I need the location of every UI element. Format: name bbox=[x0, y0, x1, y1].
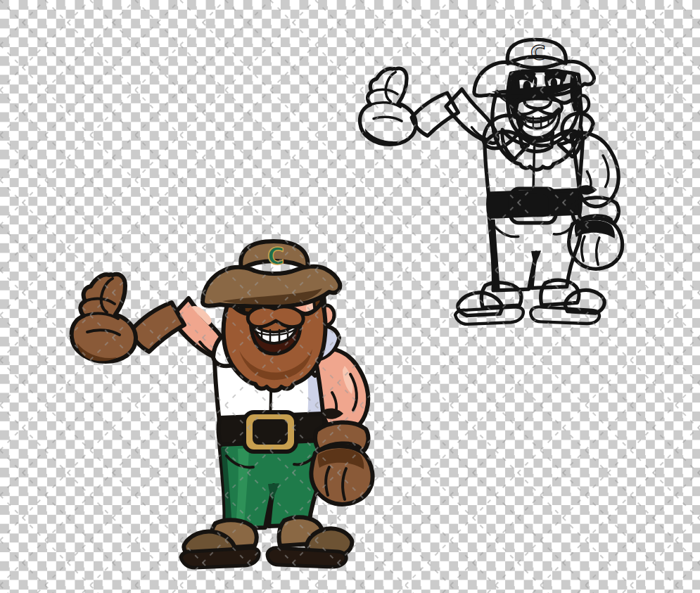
transparency-artboard: C bbox=[0, 0, 700, 593]
watermark-overlay bbox=[0, 0, 700, 593]
mascot-illustration: C bbox=[0, 0, 700, 593]
